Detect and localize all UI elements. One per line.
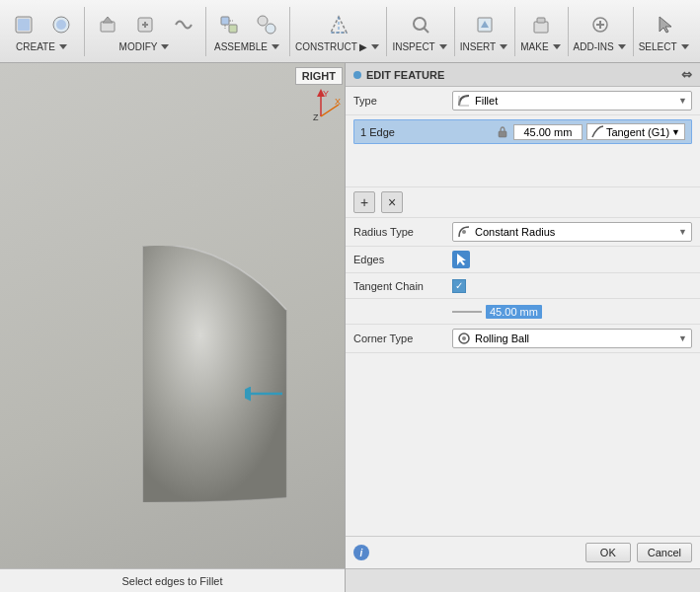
edge-lock-icon — [496, 125, 509, 139]
select-label[interactable]: SELECT — [639, 41, 691, 52]
svg-rect-22 — [534, 22, 548, 33]
divider1 — [84, 7, 85, 56]
slider-value: 45.00 mm — [486, 305, 542, 319]
view-label-right: RIGHT Y X Z — [295, 67, 343, 122]
modify-label[interactable]: MODIFY — [119, 41, 172, 52]
insert-icon1[interactable] — [467, 10, 503, 39]
panel-footer: i OK Cancel — [346, 536, 700, 568]
construct-label[interactable]: CONSTRUCT ▶ — [295, 41, 381, 52]
add-edge-button[interactable]: + — [353, 191, 375, 213]
tangent-icon — [591, 125, 604, 138]
type-select-arrow: ▼ — [678, 96, 687, 106]
divider7 — [568, 7, 569, 56]
status-bar: Select edges to Fillet — [0, 568, 345, 592]
corner-type-arrow: ▼ — [678, 333, 687, 343]
remove-edge-button[interactable]: × — [381, 191, 403, 213]
panel-header: EDIT FEATURE ⇔ — [346, 63, 700, 87]
svg-line-19 — [425, 29, 429, 34]
svg-point-3 — [56, 20, 66, 30]
select-icon1[interactable] — [647, 10, 682, 39]
toolbar: CREATE — [0, 0, 700, 63]
radius-type-arrow: ▼ — [678, 227, 687, 237]
fillet-3d-shape — [138, 246, 296, 502]
modify-icon3[interactable] — [165, 10, 200, 39]
assemble-icon1[interactable] — [211, 10, 247, 39]
rolling-ball-icon — [457, 332, 471, 345]
svg-rect-1 — [18, 19, 30, 31]
tangent-select[interactable]: Tangent (G1) ▼ — [586, 123, 685, 140]
panel-status-dot — [353, 71, 361, 79]
panel-corner-type-row: Corner Type Rolling Ball ▼ — [346, 325, 700, 353]
construct-icon1[interactable] — [321, 10, 356, 39]
edge-value-input[interactable] — [513, 124, 583, 140]
toolbar-group-construct: CONSTRUCT ▶ — [295, 2, 381, 61]
assemble-icon2[interactable] — [249, 10, 284, 39]
divider6 — [514, 7, 515, 56]
cursor-arrow-icon — [455, 253, 467, 266]
radius-slider-container: 45.00 mm — [452, 305, 542, 319]
inspect-icon1[interactable] — [403, 10, 438, 39]
svg-marker-27 — [660, 17, 671, 33]
slider-track[interactable] — [452, 311, 482, 313]
panel-expand-icon[interactable]: ⇔ — [681, 67, 692, 82]
svg-text:Z: Z — [313, 112, 319, 122]
modify-icon1[interactable] — [90, 10, 125, 39]
cancel-button[interactable]: Cancel — [637, 543, 692, 562]
toolbar-group-inspect: INSPECT — [392, 2, 448, 61]
panel-tangent-chain-row: Tangent Chain ✓ — [346, 273, 700, 299]
divider4 — [386, 7, 387, 56]
main-area: RIGHT Y X Z Select edges to Fillet EDIT … — [0, 63, 700, 592]
addins-icon1[interactable] — [583, 10, 618, 39]
toolbar-group-make: MAKE — [520, 2, 562, 61]
inspect-label[interactable]: INSPECT — [392, 41, 448, 52]
tangent-select-arrow: ▼ — [671, 127, 680, 137]
toolbar-group-addins: ADD-INS — [574, 2, 628, 61]
svg-text:Y: Y — [323, 89, 329, 99]
panel-edges-row: Edges — [346, 247, 700, 273]
fillet-icon — [457, 94, 471, 108]
divider3 — [289, 7, 290, 56]
panel-empty-area — [346, 148, 700, 187]
panel-radius-type-row: Radius Type Constant Radius ▼ — [346, 218, 700, 247]
ok-button[interactable]: OK — [585, 543, 631, 562]
selection-arrow — [245, 379, 284, 411]
corner-type-select[interactable]: Rolling Ball ▼ — [452, 329, 692, 348]
assemble-label[interactable]: ASSEMBLE — [214, 41, 281, 52]
divider8 — [633, 7, 634, 56]
radius-type-select[interactable]: Constant Radius ▼ — [452, 222, 692, 242]
toolbar-group-select: SELECT — [639, 2, 691, 61]
panel-type-row: Type Fillet ▼ — [346, 87, 700, 115]
svg-marker-5 — [103, 17, 113, 23]
modify-icon2[interactable] — [127, 10, 163, 39]
edit-feature-panel: EDIT FEATURE ⇔ Type Fillet — [345, 63, 700, 592]
svg-text:X: X — [335, 97, 341, 107]
info-icon[interactable]: i — [353, 545, 369, 560]
constant-radius-icon — [457, 225, 471, 239]
edge-row[interactable]: 1 Edge Tangent (G1) ▼ — [353, 119, 692, 144]
toolbar-group-assemble: ASSEMBLE — [211, 2, 284, 61]
addins-label[interactable]: ADD-INS — [574, 41, 628, 52]
svg-point-14 — [266, 24, 275, 34]
svg-point-39 — [462, 230, 466, 234]
type-select[interactable]: Fillet ▼ — [452, 91, 692, 111]
svg-marker-40 — [457, 254, 466, 265]
panel-add-remove-row: + × — [346, 187, 700, 218]
edges-cursor-button[interactable] — [452, 251, 470, 268]
create-icon2[interactable] — [43, 10, 79, 39]
svg-rect-10 — [229, 25, 237, 33]
make-icon1[interactable] — [523, 10, 559, 39]
make-label[interactable]: MAKE — [520, 41, 562, 52]
viewport[interactable]: RIGHT Y X Z Select edges to Fillet — [0, 63, 345, 592]
insert-label[interactable]: INSERT — [460, 41, 510, 52]
tangent-chain-checkbox[interactable]: ✓ — [452, 279, 466, 293]
svg-rect-23 — [537, 18, 545, 23]
create-label[interactable]: CREATE — [16, 41, 69, 52]
create-icon1[interactable] — [6, 10, 41, 39]
divider2 — [205, 7, 206, 56]
svg-point-13 — [258, 16, 268, 26]
svg-rect-38 — [499, 131, 506, 137]
panel-slider-row: 45.00 mm — [346, 299, 700, 325]
panel-header-controls: ⇔ — [681, 67, 692, 82]
panel-bottom-status — [346, 568, 700, 592]
toolbar-group-modify: MODIFY — [90, 2, 200, 61]
